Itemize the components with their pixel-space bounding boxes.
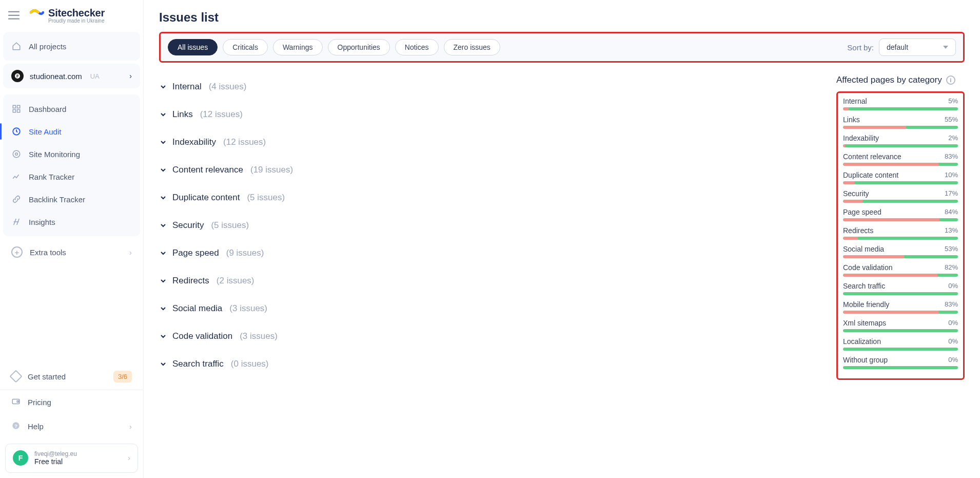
filter-criticals[interactable]: Criticals	[223, 39, 268, 55]
info-icon[interactable]: i	[946, 75, 955, 85]
category-name: Code validation	[843, 263, 893, 272]
main-content: Issues list All issuesCriticalsWarningsO…	[144, 0, 980, 478]
filter-zero-issues[interactable]: Zero issues	[444, 39, 500, 55]
issue-row[interactable]: Search traffic(0 issues)	[159, 350, 821, 378]
category-row[interactable]: Duplicate content10%	[843, 171, 958, 184]
issue-count: (0 issues)	[231, 359, 269, 369]
issue-name: Links	[172, 109, 193, 120]
category-row[interactable]: Without group0%	[843, 356, 958, 369]
category-name: Duplicate content	[843, 171, 898, 179]
sort-label: Sort by:	[847, 43, 874, 52]
sidebar-item-help[interactable]: ? Help ›	[0, 414, 143, 438]
issue-count: (5 issues)	[247, 193, 285, 203]
category-row[interactable]: Localization0%	[843, 337, 958, 351]
category-row[interactable]: Social media53%	[843, 245, 958, 258]
category-row[interactable]: Content relevance83%	[843, 152, 958, 166]
chevron-down-icon	[159, 360, 167, 368]
issue-count: (12 issues)	[200, 109, 243, 120]
issue-count: (3 issues)	[229, 303, 267, 314]
category-bar	[843, 181, 958, 184]
category-name: Localization	[843, 337, 881, 346]
category-name: Security	[843, 189, 869, 198]
issue-row[interactable]: Internal(4 issues)	[159, 73, 821, 101]
issue-row[interactable]: Security(5 issues)	[159, 212, 821, 239]
sidebar-item-insights[interactable]: Insights	[3, 211, 140, 233]
category-name: Redirects	[843, 226, 873, 235]
sidebar-item-pricing[interactable]: Pricing	[0, 390, 143, 414]
chevron-down-icon	[159, 277, 167, 285]
category-row[interactable]: Links55%	[843, 116, 958, 129]
category-bar	[843, 200, 958, 203]
category-pct: 10%	[945, 171, 958, 179]
svg-rect-6	[13, 110, 15, 112]
issue-name: Security	[172, 220, 204, 231]
category-row[interactable]: Page speed84%	[843, 208, 958, 221]
home-icon	[11, 41, 22, 51]
category-row[interactable]: Search traffic0%	[843, 282, 958, 295]
issue-row[interactable]: Social media(3 issues)	[159, 295, 821, 322]
filter-opportunities[interactable]: Opportunities	[328, 39, 390, 55]
issue-row[interactable]: Code validation(3 issues)	[159, 322, 821, 350]
wallet-icon	[11, 397, 21, 408]
issue-row[interactable]: Indexability(12 issues)	[159, 128, 821, 156]
brand-tagline: Proudly made in Ukraine	[48, 18, 105, 24]
sidebar-item-label: Site Monitoring	[29, 150, 80, 159]
sidebar-item-rank-tracker[interactable]: Rank Tracker	[3, 165, 140, 188]
sidebar-item-all-projects[interactable]: All projects	[3, 35, 140, 58]
user-email: fiveqi@teleg.eu	[34, 450, 77, 457]
filter-all-issues[interactable]: All issues	[168, 39, 218, 55]
user-avatar: F	[13, 450, 28, 466]
target-icon	[11, 149, 22, 159]
filter-notices[interactable]: Notices	[395, 39, 439, 55]
category-pct: 0%	[948, 337, 958, 346]
dashboard-icon	[11, 104, 22, 114]
issue-row[interactable]: Page speed(9 issues)	[159, 239, 821, 267]
sidebar-item-extra-tools[interactable]: + Extra tools ›	[0, 239, 143, 265]
category-row[interactable]: Redirects13%	[843, 226, 958, 240]
category-name: Content relevance	[843, 152, 901, 161]
sidebar-item-dashboard[interactable]: Dashboard	[3, 98, 140, 120]
svg-point-9	[15, 153, 18, 156]
sidebar-item-site-monitoring[interactable]: Site Monitoring	[3, 143, 140, 165]
hamburger-menu-icon[interactable]	[7, 9, 21, 22]
filter-warnings[interactable]: Warnings	[273, 39, 323, 55]
category-bar	[843, 144, 958, 147]
issue-row[interactable]: Duplicate content(5 issues)	[159, 184, 821, 212]
sort-select[interactable]: default	[879, 39, 956, 56]
sidebar-item-label: Insights	[29, 218, 55, 226]
category-name: Links	[843, 116, 860, 124]
category-name: Social media	[843, 245, 884, 253]
chevron-down-icon	[159, 110, 167, 119]
category-bar	[843, 107, 958, 110]
category-row[interactable]: Xml sitemaps0%	[843, 319, 958, 332]
issue-row[interactable]: Redirects(2 issues)	[159, 267, 821, 295]
topbar: Sitechecker Proudly made in Ukraine	[0, 0, 143, 29]
category-row[interactable]: Code validation82%	[843, 263, 958, 277]
category-pct: 55%	[945, 116, 958, 124]
affected-panel: Affected pages by category i Internal5%L…	[836, 73, 965, 380]
category-pct: 84%	[945, 208, 958, 216]
issue-count: (12 issues)	[223, 137, 266, 147]
category-name: Indexability	[843, 134, 879, 142]
project-country: UA	[90, 72, 100, 80]
user-card[interactable]: F fiveqi@teleg.eu Free trial ›	[5, 444, 138, 473]
category-name: Xml sitemaps	[843, 319, 886, 327]
chevron-right-icon: ›	[129, 248, 132, 257]
category-row[interactable]: Indexability2%	[843, 134, 958, 147]
help-icon: ?	[11, 421, 21, 432]
category-row[interactable]: Mobile friendly83%	[843, 300, 958, 314]
issue-row[interactable]: Links(12 issues)	[159, 101, 821, 128]
issue-count: (19 issues)	[250, 165, 293, 175]
filters-bar: All issuesCriticalsWarningsOpportunities…	[159, 32, 965, 63]
sidebar-item-backlink-tracker[interactable]: Backlink Tracker	[3, 188, 140, 211]
project-selector[interactable]: studioneat.com UA ›	[3, 64, 140, 88]
sidebar-item-label: Pricing	[28, 398, 51, 407]
sidebar-item-site-audit[interactable]: Site Audit	[3, 120, 140, 143]
issue-row[interactable]: Content relevance(19 issues)	[159, 156, 821, 184]
category-row[interactable]: Internal5%	[843, 97, 958, 110]
chevron-down-icon	[159, 221, 167, 230]
category-row[interactable]: Security17%	[843, 189, 958, 203]
logo[interactable]: Sitechecker Proudly made in Ukraine	[30, 7, 105, 24]
category-bar	[843, 255, 958, 258]
sidebar-item-get-started[interactable]: Get started 3/6	[0, 364, 143, 390]
